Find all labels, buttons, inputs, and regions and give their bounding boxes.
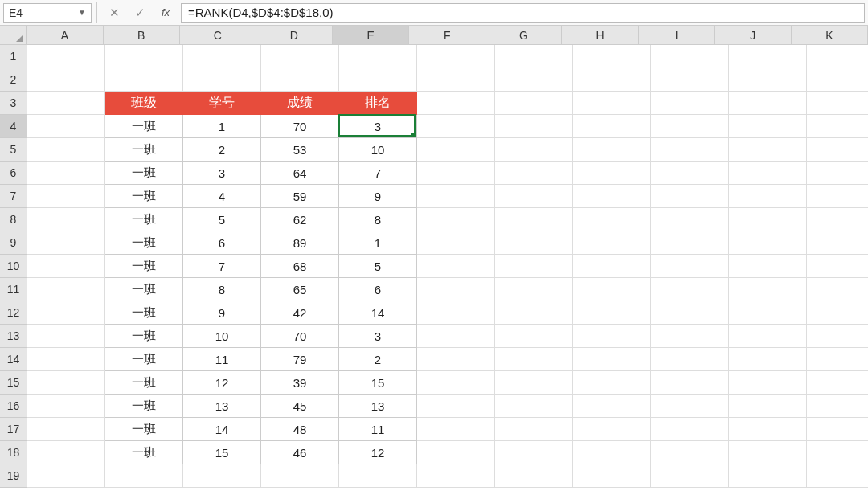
cell-B4[interactable]: 一班 [105, 115, 183, 138]
row-header-7[interactable]: 7 [0, 185, 27, 208]
cell-G19[interactable] [495, 464, 573, 488]
cell-I15[interactable] [651, 371, 729, 395]
cell-H16[interactable] [573, 395, 651, 418]
cell-K19[interactable] [807, 464, 868, 488]
cell-F17[interactable] [417, 418, 495, 441]
cell-K18[interactable] [807, 441, 868, 464]
confirm-icon[interactable]: ✓ [133, 6, 147, 20]
column-header-J[interactable]: J [715, 26, 792, 45]
cell-I11[interactable] [651, 278, 729, 301]
cell-E19[interactable] [339, 464, 417, 488]
cell-D7[interactable]: 59 [261, 185, 339, 208]
cell-H12[interactable] [573, 301, 651, 325]
cell-A2[interactable] [27, 68, 105, 92]
cell-H8[interactable] [573, 208, 651, 231]
cell-J2[interactable] [729, 68, 807, 92]
cell-D12[interactable]: 42 [261, 301, 339, 325]
cell-F9[interactable] [417, 231, 495, 255]
cell-E9[interactable]: 1 [339, 231, 417, 255]
cell-K4[interactable] [807, 115, 868, 138]
cell-A10[interactable] [27, 255, 105, 278]
cell-F5[interactable] [417, 138, 495, 162]
cell-A8[interactable] [27, 208, 105, 231]
cell-F14[interactable] [417, 348, 495, 371]
cell-G13[interactable] [495, 325, 573, 348]
cell-I9[interactable] [651, 231, 729, 255]
cell-H15[interactable] [573, 371, 651, 395]
cell-B8[interactable]: 一班 [105, 208, 183, 231]
cell-C6[interactable]: 3 [183, 162, 261, 185]
cell-E14[interactable]: 2 [339, 348, 417, 371]
cell-H19[interactable] [573, 464, 651, 488]
cell-G3[interactable] [495, 92, 573, 115]
cell-D8[interactable]: 62 [261, 208, 339, 231]
cell-F2[interactable] [417, 68, 495, 92]
cell-I3[interactable] [651, 92, 729, 115]
row-header-8[interactable]: 8 [0, 208, 27, 231]
cell-A6[interactable] [27, 162, 105, 185]
row-header-5[interactable]: 5 [0, 138, 27, 162]
cell-D4[interactable]: 70 [261, 115, 339, 138]
cell-G4[interactable] [495, 115, 573, 138]
cell-D19[interactable] [261, 464, 339, 488]
cell-J3[interactable] [729, 92, 807, 115]
row-header-3[interactable]: 3 [0, 92, 27, 115]
cell-B11[interactable]: 一班 [105, 278, 183, 301]
cell-C16[interactable]: 13 [183, 395, 261, 418]
cell-F4[interactable] [417, 115, 495, 138]
cell-F12[interactable] [417, 301, 495, 325]
cancel-icon[interactable]: ✕ [107, 6, 121, 20]
row-header-17[interactable]: 17 [0, 418, 27, 441]
cell-F13[interactable] [417, 325, 495, 348]
cell-G6[interactable] [495, 162, 573, 185]
cell-K3[interactable] [807, 92, 868, 115]
cell-F7[interactable] [417, 185, 495, 208]
cell-J10[interactable] [729, 255, 807, 278]
cell-B3[interactable]: 班级 [105, 92, 183, 115]
cell-H4[interactable] [573, 115, 651, 138]
column-header-K[interactable]: K [792, 26, 868, 45]
cell-A17[interactable] [27, 418, 105, 441]
cell-K10[interactable] [807, 255, 868, 278]
cell-J19[interactable] [729, 464, 807, 488]
cell-A3[interactable] [27, 92, 105, 115]
cell-B14[interactable]: 一班 [105, 348, 183, 371]
cell-D17[interactable]: 48 [261, 418, 339, 441]
cell-F6[interactable] [417, 162, 495, 185]
cell-J5[interactable] [729, 138, 807, 162]
cell-J15[interactable] [729, 371, 807, 395]
column-header-F[interactable]: F [409, 26, 485, 45]
cell-I16[interactable] [651, 395, 729, 418]
cell-H3[interactable] [573, 92, 651, 115]
cell-grid[interactable]: 班级学号成绩排名一班1703一班25310一班3647一班4599一班5628一… [27, 45, 868, 488]
cell-I7[interactable] [651, 185, 729, 208]
cell-J7[interactable] [729, 185, 807, 208]
column-header-A[interactable]: A [27, 26, 103, 45]
row-header-18[interactable]: 18 [0, 441, 27, 464]
cell-I19[interactable] [651, 464, 729, 488]
cell-A14[interactable] [27, 348, 105, 371]
cell-K14[interactable] [807, 348, 868, 371]
cell-B18[interactable]: 一班 [105, 441, 183, 464]
cell-H18[interactable] [573, 441, 651, 464]
cell-G16[interactable] [495, 395, 573, 418]
cell-H10[interactable] [573, 255, 651, 278]
cell-K15[interactable] [807, 371, 868, 395]
cell-H5[interactable] [573, 138, 651, 162]
cell-A11[interactable] [27, 278, 105, 301]
cell-F16[interactable] [417, 395, 495, 418]
cell-D5[interactable]: 53 [261, 138, 339, 162]
cell-G2[interactable] [495, 68, 573, 92]
column-header-B[interactable]: B [104, 26, 180, 45]
row-header-1[interactable]: 1 [0, 45, 27, 68]
cell-B5[interactable]: 一班 [105, 138, 183, 162]
cell-E18[interactable]: 12 [339, 441, 417, 464]
cell-B16[interactable]: 一班 [105, 395, 183, 418]
cell-B10[interactable]: 一班 [105, 255, 183, 278]
cell-C17[interactable]: 14 [183, 418, 261, 441]
cell-F11[interactable] [417, 278, 495, 301]
cell-I2[interactable] [651, 68, 729, 92]
cell-D13[interactable]: 70 [261, 325, 339, 348]
cell-A18[interactable] [27, 441, 105, 464]
cell-K9[interactable] [807, 231, 868, 255]
